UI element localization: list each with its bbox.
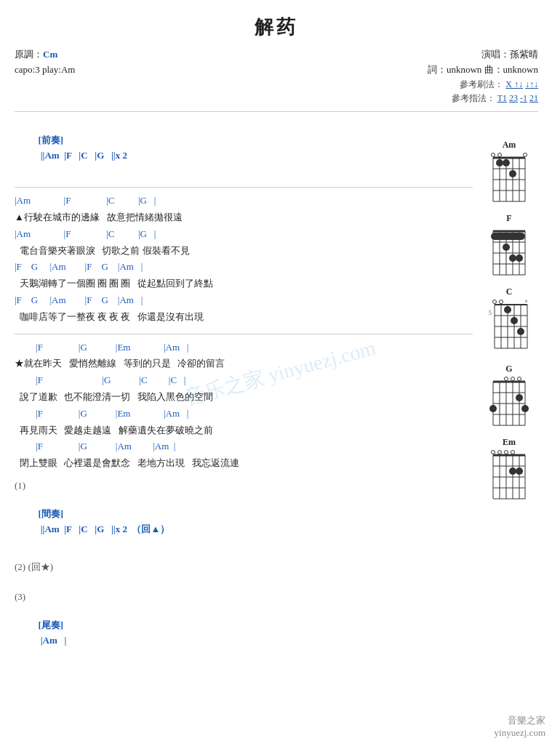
ref-strum-link1[interactable]: X ↑↓ [505,79,523,89]
original-key: 原調：Cm [15,47,75,63]
chord-diagram-Em: Em [487,437,531,500]
v1-lyric-1: ▲行駛在城市的邊緣 故意把情緒拋很遠 [15,210,473,225]
ch-chord-3: |F |G |Em |Am | [15,406,473,422]
singer-value: 孫紫晴 [510,49,538,60]
lyricist-row: 詞：unknown 曲：unknown [428,63,538,78]
singer-row: 演唱：孫紫晴 [428,47,538,63]
ref-finger-link4[interactable]: 21 [529,93,538,103]
footer-line2: yinyuezj.com [495,727,545,739]
divider-1 [15,187,473,188]
svg-point-45 [493,300,497,303]
v1-lyric-2: 電台音樂夾著眼淚 切歌之前 假裝看不見 [15,244,473,259]
svg-point-49 [511,317,518,324]
svg-point-50 [517,328,524,335]
ref-finger-link1[interactable]: T1 [497,93,507,103]
chord-name-F: F [506,213,511,224]
section-outro: [尾奏] |Am | [15,603,473,663]
ch-lyric-3: 再見雨天 愛越走越遠 解藥遺失在夢破曉之前 [15,423,473,438]
ch-chord-1: |F |G |Em |Am | [15,340,473,356]
ref-finger-label: 參考指法： [452,93,495,103]
prelude-line: [前奏] ||Am |F |C |G ||x 2 [15,118,473,178]
svg-point-80 [498,450,502,454]
footer-watermark: 音樂之家 yinyuezj.com [495,714,545,739]
svg-point-48 [504,306,511,313]
chord-diagrams-area: Am [480,118,538,672]
svg-point-46 [500,300,503,303]
meta-right: 演唱：孫紫晴 詞：unknown 曲：unknown 參考刷法： X ↑↓ ↓↑… [428,47,538,105]
divider-2 [15,334,473,334]
ref-finger-link3[interactable]: -1 [520,93,527,103]
svg-text:5: 5 [489,310,492,316]
original-key-label: 原調： [15,49,43,60]
svg-text:×: × [524,299,528,305]
outro-label: [尾奏] [39,619,64,630]
svg-point-16 [503,159,510,167]
chord-name-C: C [506,286,513,297]
chord-svg-C: 5 × [487,299,531,353]
svg-point-83 [509,468,516,475]
prelude-chords: ||Am |F |C |G ||x 2 [39,150,127,161]
v1-lyric-4: 咖啡店等了一整夜 夜 夜 夜 你還是沒有出現 [15,310,473,325]
chord-svg-Em [487,449,531,500]
divider-top [15,111,538,112]
svg-point-79 [492,450,495,454]
svg-point-14 [524,153,527,156]
svg-point-30 [503,244,510,251]
section-prelude: [前奏] ||Am |F |C |G ||x 2 [15,118,473,178]
ref-finger-link2[interactable]: 23 [509,93,518,103]
lyrics-area: [前奏] ||Am |F |C |G ||x 2 |Am |F |C |G | … [15,118,480,672]
svg-point-84 [516,468,523,475]
ch-chord-4: |F |G |Am |Am | [15,439,473,454]
v1-chord-2: |Am |F |C |G | [15,227,473,242]
content-area: [前奏] ||Am |F |C |G ||x 2 |Am |F |C |G | … [15,118,538,672]
ref-strum-link2[interactable]: ↓↑↓ [525,79,538,89]
svg-point-15 [496,159,503,167]
chord-diagram-F: F [487,213,531,276]
ch-lyric-4: 閉上雙眼 心裡還是會默念 老地方出現 我忘返流連 [15,456,473,471]
svg-point-64 [518,377,521,380]
meta-left: 原調：Cm capo:3 play:Am [15,47,75,105]
svg-point-81 [505,450,508,454]
svg-point-67 [489,405,497,412]
chord-svg-F [487,225,531,276]
footer-line1: 音樂之家 [495,714,545,727]
svg-point-63 [511,377,515,380]
svg-point-13 [498,153,502,156]
ref-finger-row: 參考指法： T1 23 -1 21 [428,92,538,105]
svg-point-66 [521,405,529,412]
section-interlude: [間奏] ||Am |F |C |G ||x 2 （回▲） [15,492,473,552]
chord-name-Em: Em [503,437,516,448]
ch-chord-2: |F |G |C |C | [15,373,473,388]
ch-lyric-1: ★就在昨天 愛悄然離線 等到的只是 冷卻的留言 [15,356,473,372]
chord-diagram-G: G [487,364,531,427]
svg-point-12 [492,153,495,156]
svg-point-62 [505,377,508,380]
v1-chord-3: |F G |Am |F G |Am | [15,260,473,275]
singer-label: 演唱： [481,49,510,60]
v1-chord-4: |F G |Am |F G |Am | [15,293,473,308]
section-chorus: |F |G |Em |Am | ★就在昨天 愛悄然離線 等到的只是 冷卻的留言 … [15,340,473,471]
interlude-chords: ||Am |F |C |G ||x 2 （回▲） [39,524,170,534]
svg-point-65 [516,394,523,401]
interlude-line: [間奏] ||Am |F |C |G ||x 2 （回▲） [15,492,473,552]
svg-point-17 [509,170,516,177]
page-title: 解药 [15,15,538,40]
meta-section: 原調：Cm capo:3 play:Am 演唱：孫紫晴 詞：unknown 曲：… [15,47,538,105]
marker-1: (1) [15,480,473,492]
original-key-value: Cm [43,49,57,60]
svg-point-31 [509,254,516,262]
chord-svg-Am [487,152,531,203]
chord-diagram-C: C 5 [487,286,531,353]
svg-point-82 [511,450,515,454]
svg-point-32 [516,254,523,262]
svg-rect-29 [491,233,525,240]
v1-chord-1: |Am |F |C |G | [15,193,473,209]
ref-strum-row: 參考刷法： X ↑↓ ↓↑↓ [428,78,538,92]
ch-lyric-2: 說了道歉 也不能澄清一切 我陷入黑色的空間 [15,390,473,405]
chord-diagram-Am: Am [487,140,531,203]
marker-3: (3) [15,591,473,603]
prelude-label: [前奏] [39,135,64,145]
chord-name-Am: Am [503,140,516,151]
chord-name-G: G [505,364,512,374]
ref-strum-label: 參考刷法： [460,79,503,89]
